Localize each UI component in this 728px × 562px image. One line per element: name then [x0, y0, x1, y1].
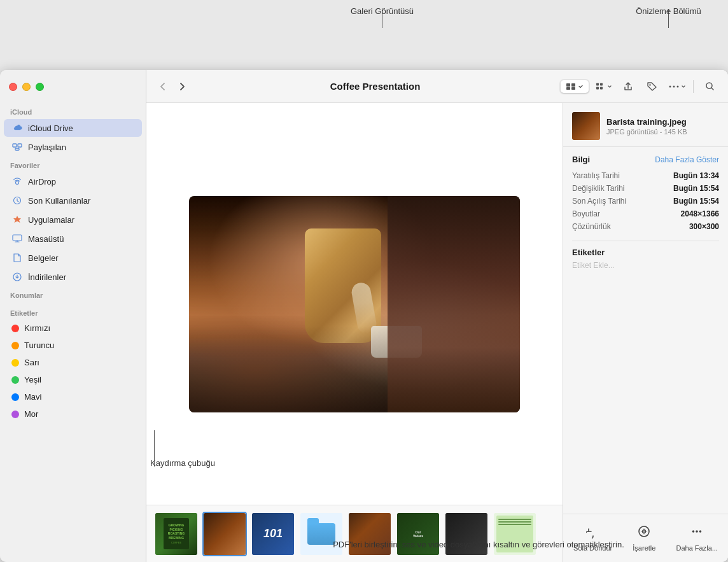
window-title: Coffee Presentation: [196, 81, 554, 92]
svg-rect-11: [596, 83, 599, 85]
svg-rect-13: [596, 87, 599, 89]
svg-rect-0: [13, 144, 17, 147]
svg-point-3: [16, 181, 19, 185]
tag-orange-dot: [11, 342, 19, 349]
tags-title: Etiketler: [572, 248, 719, 257]
sidebar-item-tag-yellow[interactable]: Sarı: [4, 355, 142, 370]
more-button[interactable]: [666, 76, 687, 97]
modified-value: Bugün 15:54: [673, 184, 719, 193]
group-button[interactable]: [594, 76, 614, 97]
window-titlebar: [0, 70, 146, 103]
locations-section-label: Konumlar: [0, 286, 146, 302]
info-section: Bilgi Daha Fazla Göster Yaratılış Tarihi…: [563, 147, 728, 241]
share-button[interactable]: [618, 76, 638, 97]
nav-buttons: [154, 78, 191, 95]
finder-window: iCloud iCloud Drive Paylaşılan Favoriler: [0, 70, 728, 562]
close-button[interactable]: [9, 83, 17, 91]
thumbnail-1[interactable]: GROWING PICKING ROASTING BREWING COFFEE: [154, 512, 199, 556]
maximize-button[interactable]: [36, 83, 44, 91]
thumbnail-2[interactable]: [202, 512, 247, 556]
tag-yellow-label: Sarı: [24, 358, 39, 367]
search-button[interactable]: [700, 76, 720, 97]
more-actions-label: Daha Fazla...: [676, 544, 718, 552]
thumbnail-7[interactable]: [444, 512, 489, 556]
modified-label: Değişiklik Tarihi: [572, 184, 624, 193]
sidebar: iCloud iCloud Drive Paylaşılan Favoriler: [0, 70, 146, 562]
svg-point-15: [649, 84, 650, 85]
preview-file-name: Barista training.jpeg: [606, 117, 687, 127]
main-image-area: [146, 103, 563, 505]
gallery-view-annotation: Galeri Görüntüsü: [382, 6, 382, 28]
sidebar-item-documents[interactable]: Belgeler: [4, 249, 142, 267]
svg-rect-12: [600, 83, 603, 85]
minimize-button[interactable]: [22, 83, 31, 91]
documents-icon: [11, 252, 23, 263]
rotate-left-label: Sola Döndür: [573, 544, 612, 552]
svg-rect-1: [18, 144, 22, 147]
sidebar-item-tag-green[interactable]: Yeşil: [4, 372, 142, 388]
last-opened-value: Bugün 15:54: [673, 197, 719, 206]
dimensions-value: 2048×1366: [681, 209, 719, 218]
preview-actions: Sola Döndür İşaretle: [563, 514, 728, 562]
sidebar-item-tag-purple[interactable]: Mor: [4, 406, 142, 422]
more-actions-button[interactable]: Daha Fazla...: [669, 521, 725, 556]
markup-icon: [637, 524, 651, 542]
forward-button[interactable]: [173, 78, 191, 95]
recents-label: Son Kullanılanlar: [28, 196, 90, 206]
sidebar-item-icloud-drive[interactable]: iCloud Drive: [4, 119, 142, 137]
preview-spacer: [563, 276, 728, 514]
more-info-link[interactable]: Daha Fazla Göster: [655, 155, 719, 164]
sidebar-item-airdrop[interactable]: AirDrop: [4, 172, 142, 190]
last-opened-label: Son Açılış Tarihi: [572, 197, 626, 206]
toolbar-right: [559, 76, 720, 97]
thumbnail-6[interactable]: OurValues: [396, 512, 440, 556]
sidebar-item-desktop[interactable]: Masaüstü: [4, 230, 142, 248]
desktop-label: Masaüstü: [28, 234, 64, 244]
dimensions-row: Boyutlar 2048×1366: [572, 207, 719, 220]
rotate-left-icon: [586, 524, 600, 542]
tags-input-placeholder[interactable]: Etiket Ekle...: [572, 261, 719, 270]
preview-file-type: JPEG görüntüsü - 145 KB: [606, 128, 687, 136]
info-title: Bilgi: [572, 155, 590, 164]
tags-section: Etiketler Etiket Ekle...: [563, 241, 728, 276]
tags-section-label: Etiketler: [0, 304, 146, 320]
dimensions-label: Boyutlar: [572, 209, 600, 218]
svg-rect-5: [13, 235, 22, 241]
gallery-view-button[interactable]: [561, 80, 589, 93]
back-button[interactable]: [154, 78, 172, 95]
svg-point-17: [673, 85, 675, 87]
markup-button[interactable]: İşaretle: [625, 521, 663, 556]
sidebar-item-tag-blue[interactable]: Mavi: [4, 389, 142, 405]
desktop-icon: [11, 233, 23, 244]
airdrop-label: AirDrop: [28, 177, 56, 186]
downloads-label: İndirilenler: [28, 272, 66, 282]
tag-red-label: Kırmızı: [24, 323, 50, 333]
preview-panel-annotation: Önizleme Bölümü: [668, 6, 669, 28]
sidebar-item-tag-orange[interactable]: Turuncu: [4, 337, 142, 353]
thumbnail-5[interactable]: [347, 512, 392, 556]
resolution-label: Çözünürlük: [572, 222, 611, 231]
more-actions-icon: [690, 524, 704, 542]
sidebar-item-tag-red[interactable]: Kırmızı: [4, 320, 142, 336]
sidebar-item-downloads[interactable]: İndirilenler: [4, 268, 142, 286]
svg-point-22: [692, 530, 695, 533]
toolbar-divider: [693, 80, 694, 93]
rotate-left-button[interactable]: Sola Döndür: [566, 521, 620, 556]
tag-red-dot: [11, 325, 19, 332]
recents-icon: [11, 195, 23, 206]
preview-file-info: Barista training.jpeg JPEG görüntüsü - 1…: [606, 117, 687, 136]
sidebar-item-recents[interactable]: Son Kullanılanlar: [4, 192, 142, 209]
icloud-section-label: iCloud: [0, 103, 146, 118]
tag-purple-dot: [11, 411, 19, 418]
resolution-row: Çözünürlük 300×300: [572, 220, 719, 233]
tag-blue-label: Mavi: [24, 392, 41, 402]
tag-yellow-dot: [11, 359, 19, 367]
thumbnail-3[interactable]: 101: [251, 512, 295, 556]
thumbnail-4[interactable]: [299, 512, 344, 556]
sidebar-item-applications[interactable]: Uygulamalar: [4, 211, 142, 228]
svg-rect-10: [571, 87, 575, 90]
sidebar-item-shared[interactable]: Paylaşılan: [4, 138, 142, 156]
svg-rect-2: [15, 148, 19, 150]
tag-button[interactable]: [642, 76, 662, 97]
thumbnail-8[interactable]: [493, 512, 537, 556]
